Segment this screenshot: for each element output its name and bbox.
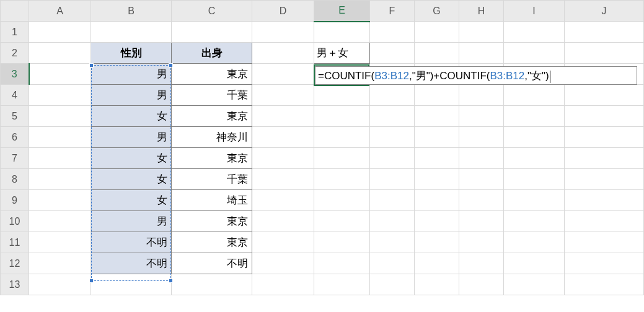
cell-A11[interactable]	[29, 232, 91, 253]
cell-H1[interactable]	[459, 22, 504, 43]
cell-D6[interactable]	[252, 127, 314, 148]
cell-A5[interactable]	[29, 106, 91, 127]
cell-G7[interactable]	[415, 148, 459, 169]
cell-B8[interactable]: 女	[91, 169, 172, 190]
cell-E4[interactable]	[314, 85, 370, 106]
cell-C2[interactable]: 出身	[172, 43, 252, 64]
cell-F10[interactable]	[370, 211, 415, 232]
cell-D1[interactable]	[252, 22, 314, 43]
col-header-E[interactable]: E	[314, 1, 370, 22]
cell-I6[interactable]	[504, 127, 565, 148]
col-header-D[interactable]: D	[252, 1, 314, 22]
cell-B2[interactable]: 性別	[91, 43, 172, 64]
cell-F4[interactable]	[370, 85, 415, 106]
row-header-12[interactable]: 12	[1, 253, 29, 274]
col-header-J[interactable]: J	[565, 1, 644, 22]
cell-H9[interactable]	[459, 190, 504, 211]
cell-C1[interactable]	[172, 22, 252, 43]
cell-D11[interactable]	[252, 232, 314, 253]
cell-J1[interactable]	[565, 22, 644, 43]
cell-D3[interactable]	[252, 64, 314, 85]
cell-E10[interactable]	[314, 211, 370, 232]
cell-E9[interactable]	[314, 190, 370, 211]
cell-G2[interactable]	[415, 43, 459, 64]
cell-F1[interactable]	[370, 22, 415, 43]
col-header-I[interactable]: I	[504, 1, 565, 22]
row-header-7[interactable]: 7	[1, 148, 29, 169]
cell-B4[interactable]: 男	[91, 85, 172, 106]
cell-J4[interactable]	[565, 85, 644, 106]
col-header-F[interactable]: F	[370, 1, 415, 22]
row-header-8[interactable]: 8	[1, 169, 29, 190]
cell-G6[interactable]	[415, 127, 459, 148]
cell-I2[interactable]	[504, 43, 565, 64]
cell-E13[interactable]	[314, 274, 370, 295]
cell-J6[interactable]	[565, 127, 644, 148]
cell-B6[interactable]: 男	[91, 127, 172, 148]
row-header-3[interactable]: 3	[1, 64, 29, 85]
cell-G8[interactable]	[415, 169, 459, 190]
cell-E1[interactable]	[314, 22, 370, 43]
cell-G1[interactable]	[415, 22, 459, 43]
cell-B3[interactable]: 男	[91, 64, 172, 85]
cell-F5[interactable]	[370, 106, 415, 127]
cell-G4[interactable]	[415, 85, 459, 106]
cell-C7[interactable]: 東京	[172, 148, 252, 169]
cell-A12[interactable]	[29, 253, 91, 274]
cell-B11[interactable]: 不明	[91, 232, 172, 253]
col-header-A[interactable]: A	[29, 1, 91, 22]
cell-I13[interactable]	[504, 274, 565, 295]
cell-F12[interactable]	[370, 253, 415, 274]
cell-B5[interactable]: 女	[91, 106, 172, 127]
cell-H2[interactable]	[459, 43, 504, 64]
cell-H11[interactable]	[459, 232, 504, 253]
cell-A13[interactable]	[29, 274, 91, 295]
cell-G10[interactable]	[415, 211, 459, 232]
cell-A2[interactable]	[29, 43, 91, 64]
row-header-1[interactable]: 1	[1, 22, 29, 43]
cell-C10[interactable]: 東京	[172, 211, 252, 232]
cell-E11[interactable]	[314, 232, 370, 253]
cell-I12[interactable]	[504, 253, 565, 274]
cell-A4[interactable]	[29, 85, 91, 106]
row-header-9[interactable]: 9	[1, 190, 29, 211]
col-header-G[interactable]: G	[415, 1, 459, 22]
cell-C6[interactable]: 神奈川	[172, 127, 252, 148]
cell-B7[interactable]: 女	[91, 148, 172, 169]
cell-A6[interactable]	[29, 127, 91, 148]
cell-A7[interactable]	[29, 148, 91, 169]
corner-cell[interactable]	[1, 1, 29, 22]
cell-J12[interactable]	[565, 253, 644, 274]
cell-C3[interactable]: 東京	[172, 64, 252, 85]
cell-I7[interactable]	[504, 148, 565, 169]
cell-I8[interactable]	[504, 169, 565, 190]
row-header-13[interactable]: 13	[1, 274, 29, 295]
col-header-H[interactable]: H	[459, 1, 504, 22]
cell-H4[interactable]	[459, 85, 504, 106]
cell-H8[interactable]	[459, 169, 504, 190]
cell-I4[interactable]	[504, 85, 565, 106]
cell-H6[interactable]	[459, 127, 504, 148]
cell-F2[interactable]	[370, 43, 415, 64]
cell-J8[interactable]	[565, 169, 644, 190]
cell-G12[interactable]	[415, 253, 459, 274]
cell-G11[interactable]	[415, 232, 459, 253]
cell-A8[interactable]	[29, 169, 91, 190]
cell-C13[interactable]	[172, 274, 252, 295]
row-header-10[interactable]: 10	[1, 211, 29, 232]
cell-D12[interactable]	[252, 253, 314, 274]
cell-J10[interactable]	[565, 211, 644, 232]
cell-C5[interactable]: 東京	[172, 106, 252, 127]
cell-E12[interactable]	[314, 253, 370, 274]
cell-J9[interactable]	[565, 190, 644, 211]
row-header-6[interactable]: 6	[1, 127, 29, 148]
cell-F6[interactable]	[370, 127, 415, 148]
cell-I5[interactable]	[504, 106, 565, 127]
cell-J2[interactable]	[565, 43, 644, 64]
cell-H7[interactable]	[459, 148, 504, 169]
cell-J13[interactable]	[565, 274, 644, 295]
row-header-2[interactable]: 2	[1, 43, 29, 64]
cell-E7[interactable]	[314, 148, 370, 169]
cell-B1[interactable]	[91, 22, 172, 43]
cell-E5[interactable]	[314, 106, 370, 127]
